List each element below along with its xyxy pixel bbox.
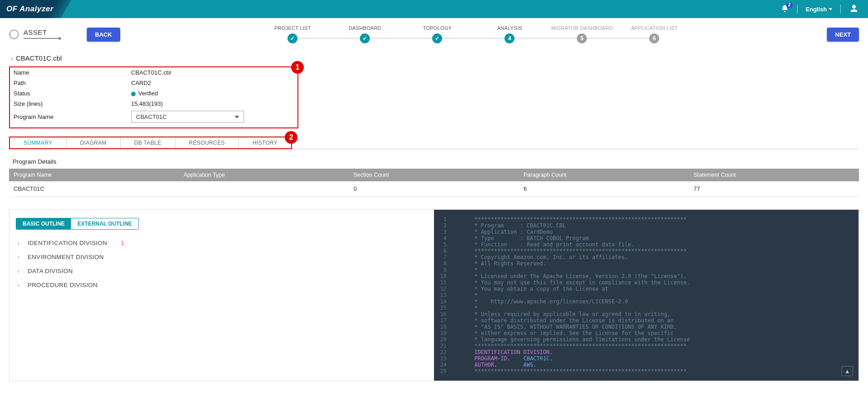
value-status: Verified (131, 90, 158, 97)
tab-external-outline[interactable]: EXTERNAL OUTLINE (71, 218, 138, 229)
app-brand: OF Analyzer (6, 5, 53, 14)
step-migrator-dashboard[interactable]: MIGRATOR DASHBOARD 5 (546, 25, 618, 43)
user-icon (849, 4, 859, 14)
subtab-highlight-box: 2 SUMMARY DIAGRAM DB TABLE RESOURCES HIS… (9, 137, 292, 149)
language-label: English (806, 6, 827, 13)
step-analysis[interactable]: ANALYSIS 4 (473, 25, 546, 43)
step-label: ANALYSIS (497, 25, 522, 31)
chevron-right-icon: › (18, 268, 22, 274)
program-details-title: Program Details (13, 158, 859, 165)
program-details-table: Program Name Application Type Section Co… (9, 169, 859, 197)
tree-count: 1 (121, 240, 124, 246)
label-name: Name (14, 69, 131, 76)
label-status: Status (14, 90, 131, 97)
asset-circle-icon (9, 29, 19, 39)
cell-section-count: 0 (349, 181, 519, 197)
scroll-top-button[interactable]: ▲ (841, 366, 853, 376)
tree-item-procedure[interactable]: › PROCEDURE DIVISION (16, 278, 428, 292)
cell-paragraph-count: 6 (519, 181, 689, 197)
cell-statement-count: 77 (689, 181, 859, 197)
caret-down-icon (235, 116, 239, 118)
tab-history[interactable]: HISTORY (239, 137, 291, 148)
step-number: 4 (505, 33, 514, 43)
asset-underline (24, 38, 60, 39)
col-paragraph-count: Paragraph Count (519, 169, 689, 181)
check-icon (432, 33, 442, 43)
step-number: 6 (649, 33, 659, 43)
program-name-selected: CBACT01C (136, 113, 167, 120)
back-button[interactable]: BACK (87, 28, 120, 42)
step-topology[interactable]: TOPOLOGY (401, 25, 473, 43)
workflow-steps: PROJECT LIST DASHBOARD TOPOLOGY ANALYSIS… (134, 25, 814, 43)
callout-marker-2: 2 (285, 131, 297, 144)
tab-diagram[interactable]: DIAGRAM (66, 137, 121, 148)
step-application-list[interactable]: APPLICATION LIST 6 (618, 25, 690, 43)
main-content: ‹ CBACT01C.cbl 1 Name CBACT01C.cbl Path … (0, 52, 868, 390)
breadcrumb: ‹ CBACT01C.cbl (9, 52, 859, 66)
step-label: DASHBOARD (349, 25, 381, 31)
chevron-right-icon: › (18, 254, 22, 260)
label-path: Path (14, 80, 131, 86)
user-menu-button[interactable] (849, 4, 859, 15)
col-program-name: Program Name (9, 169, 179, 181)
step-label: MIGRATOR DASHBOARD (551, 25, 613, 31)
col-statement-count: Statement Count (689, 169, 859, 181)
step-dashboard[interactable]: DASHBOARD (329, 25, 401, 43)
table-row[interactable]: CBACT01C 0 6 77 (9, 181, 859, 197)
check-icon (360, 33, 370, 43)
tree-label: DATA DIVISION (28, 268, 73, 274)
chevron-right-icon: › (18, 240, 22, 246)
tab-summary[interactable]: SUMMARY (10, 137, 66, 148)
asset-label: ASSET (24, 28, 60, 36)
step-label: APPLICATION LIST (631, 25, 678, 31)
label-program-name: Program Name (14, 113, 131, 120)
program-name-select[interactable]: CBACT01C (131, 111, 244, 123)
tree-item-identification[interactable]: › IDENTIFICATION DIVISION 1 (16, 236, 428, 250)
col-section-count: Section Count (349, 169, 519, 181)
value-name: CBACT01C.cbl (131, 69, 171, 76)
separator (840, 5, 841, 14)
cell-program-name: CBACT01C (9, 181, 179, 197)
subtab-row: 2 SUMMARY DIAGRAM DB TABLE RESOURCES HIS… (9, 137, 859, 149)
tab-basic-outline[interactable]: BASIC OUTLINE (16, 218, 71, 229)
asset-details-panel: 1 Name CBACT01C.cbl Path CARD2 Status Ve… (9, 66, 298, 128)
code-viewer[interactable]: 1 **************************************… (434, 210, 859, 381)
status-dot-icon (131, 92, 136, 96)
breadcrumb-title: CBACT01C.cbl (16, 54, 62, 62)
tree-item-data[interactable]: › DATA DIVISION (16, 264, 428, 278)
language-selector[interactable]: English (806, 6, 832, 13)
notifications-button[interactable]: 2 (781, 5, 789, 14)
callout-marker-1: 1 (291, 61, 304, 74)
top-bar: OF Analyzer 2 English (0, 0, 868, 18)
breadcrumb-back-icon[interactable]: ‹ (11, 54, 13, 62)
value-size: 15,483(193) (131, 100, 163, 107)
tab-db-table[interactable]: DB TABLE (121, 137, 175, 148)
top-right-controls: 2 English (781, 4, 859, 15)
step-label: PROJECT LIST (274, 25, 311, 31)
caret-down-icon (829, 8, 832, 10)
col-application-type: Application Type (179, 169, 349, 181)
outline-pane: BASIC OUTLINE EXTERNAL OUTLINE › IDENTIF… (9, 210, 434, 381)
notification-badge: 2 (786, 2, 793, 8)
outline-tab-group: BASIC OUTLINE EXTERNAL OUTLINE (16, 218, 139, 230)
cell-application-type (179, 181, 349, 197)
chevron-right-icon: › (18, 282, 22, 288)
tab-resources[interactable]: RESOURCES (175, 137, 239, 148)
tree-item-environment[interactable]: › ENVIRONMENT DIVISION (16, 250, 428, 264)
check-icon (288, 33, 297, 43)
brand-wrap: OF Analyzer (0, 0, 71, 18)
step-project-list[interactable]: PROJECT LIST (256, 25, 329, 43)
step-number: 5 (577, 33, 587, 43)
tree-label: ENVIRONMENT DIVISION (28, 254, 104, 260)
tree-label: PROCEDURE DIVISION (28, 282, 98, 288)
asset-indicator: ASSET (9, 29, 60, 39)
step-label: TOPOLOGY (423, 25, 452, 31)
next-button[interactable]: NEXT (827, 28, 859, 42)
lower-split-panel: BASIC OUTLINE EXTERNAL OUTLINE › IDENTIF… (9, 209, 859, 381)
tree-label: IDENTIFICATION DIVISION (28, 240, 107, 246)
label-size: Size (lines) (14, 100, 131, 107)
value-path: CARD2 (131, 80, 151, 86)
stepper-bar: ASSET BACK PROJECT LIST DASHBOARD TOPOLO… (0, 18, 868, 52)
separator (797, 5, 797, 14)
